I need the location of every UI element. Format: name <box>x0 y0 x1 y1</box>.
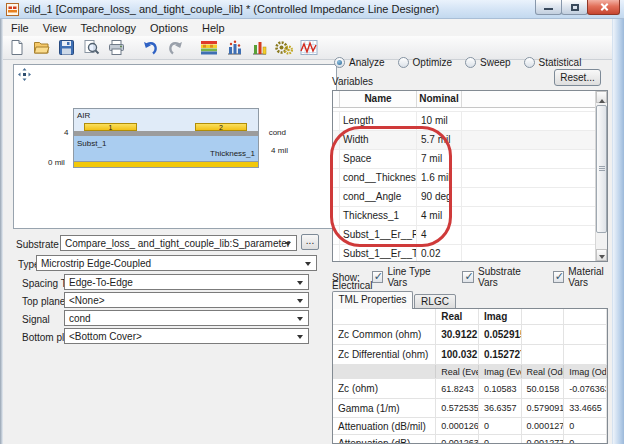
menu-help[interactable]: Help <box>195 21 232 35</box>
tab-rlgc[interactable]: RLGC <box>414 294 456 309</box>
radio-statistical[interactable]: Statistical <box>524 57 582 68</box>
substrate-name-label: Subst_1 <box>77 139 106 148</box>
checkbox-line-type-vars[interactable]: Line Type Vars <box>372 266 451 288</box>
row-zc-ohm[interactable]: Zc (ohm) 61.8243 0.10583 50.0158 -0.0763… <box>333 379 607 399</box>
type-select[interactable]: Microstrip Edge-Coupled <box>36 255 317 271</box>
menu-technology[interactable]: Technology <box>73 21 143 35</box>
new-file-icon[interactable] <box>6 38 26 58</box>
bottom-plane-select[interactable]: <Bottom Cover> <box>64 328 309 344</box>
conductor-1[interactable]: 1 <box>84 123 137 131</box>
minimize-button[interactable] <box>535 0 562 15</box>
row-zc-differential[interactable]: Zc Differential (ohm) 100.032 0.152727 <box>333 345 607 365</box>
electrical-section-label: Electrical <box>332 280 373 291</box>
window-title: cild_1 [Compare_loss_ and_tight_couple_l… <box>24 3 439 15</box>
scroll-up-icon[interactable] <box>596 91 607 103</box>
row-attenuation-db-mil[interactable]: Attenuation (dB/mil) 0.000126314 0 0.000… <box>333 418 607 435</box>
checkbox-icon <box>372 271 384 283</box>
plot-waveform-icon[interactable] <box>299 38 319 58</box>
row-gamma[interactable]: Gamma (1/m) 0.572535 36.6357 0.579091 33… <box>333 399 607 418</box>
checkbox-icon <box>553 271 565 283</box>
header-real-even: Real (Even) <box>436 365 479 378</box>
show-filter-row: Show: Line Type Vars Substrate Vars Mate… <box>332 266 624 288</box>
substrate-browse-button[interactable]: ... <box>301 234 319 250</box>
top-plane-select[interactable]: <None> <box>64 292 309 308</box>
radio-analyze-icon <box>334 57 345 68</box>
pan-move-icon[interactable] <box>18 68 31 81</box>
reset-button[interactable]: Reset... <box>554 69 601 86</box>
substrate-cross-section: AIR 1 2 Subst_1 Thickness_1 4 cond 4 mil… <box>73 108 259 168</box>
variables-scrollbar[interactable] <box>595 91 607 261</box>
maximize-icon <box>571 4 579 11</box>
analysis-mode-group: Analyze Optimize Sweep Statistical <box>334 57 581 68</box>
row-zc-common[interactable]: Zc Common (ohm) 30.9122 0.0529152 <box>333 325 607 345</box>
menu-view[interactable]: View <box>36 21 74 35</box>
substrate-stack-icon[interactable] <box>199 38 219 58</box>
signal-select[interactable]: cond <box>64 310 309 326</box>
variables-table: Name Nominal Length10 mil Width5.7 mil S… <box>332 90 608 262</box>
variables-section-label: Variables <box>332 76 373 87</box>
table-row-cond-thickness[interactable]: cond__Thickness1.6 mil <box>333 169 607 188</box>
table-row-length[interactable]: Length10 mil <box>333 112 607 131</box>
variables-table-header: Name Nominal <box>333 91 607 108</box>
window-border-right <box>612 19 624 444</box>
baseline-label: 0 mil <box>48 158 65 167</box>
signal-label: Signal <box>22 314 50 325</box>
print-icon[interactable] <box>106 38 126 58</box>
table-row-space[interactable]: Space7 mil <box>333 150 607 169</box>
substrate-select[interactable]: Compare_loss_ and_tight_couple_lib:S_par… <box>60 235 297 251</box>
real-imag-header-row: Real Imag <box>333 309 607 325</box>
simulate-gears-icon[interactable] <box>274 38 294 58</box>
conductor-2[interactable]: 2 <box>195 123 247 131</box>
title-bar: cild_1 [Compare_loss_ and_tight_couple_l… <box>0 0 624 19</box>
even-odd-header-row: Real (Even) Imag (Even) Real (Odd) Imag … <box>333 365 607 379</box>
scrollbar-thumb[interactable] <box>596 105 607 233</box>
checkbox-substrate-vars[interactable]: Substrate Vars <box>462 266 540 288</box>
save-icon[interactable] <box>56 38 76 58</box>
close-button[interactable] <box>587 0 620 15</box>
column-header-name[interactable]: Name <box>340 91 417 107</box>
menu-options[interactable]: Options <box>143 21 195 35</box>
radio-sweep[interactable]: Sweep <box>465 57 511 68</box>
chart-results-icon[interactable] <box>249 38 269 58</box>
cond-height-label: 4 <box>64 128 68 137</box>
menu-file[interactable]: File <box>4 21 36 35</box>
table-row-subst-er-real[interactable]: Subst_1__Er__Real4 <box>333 226 607 245</box>
radio-analyze[interactable]: Analyze <box>334 57 385 68</box>
redo-icon[interactable] <box>165 38 185 58</box>
open-folder-icon[interactable] <box>31 38 51 58</box>
header-imag: Imag <box>479 309 522 324</box>
column-header-nominal[interactable]: Nominal <box>417 91 462 107</box>
bottom-cover-layer[interactable] <box>73 161 259 168</box>
top-plane-label: Top plane <box>22 296 65 307</box>
row-attenuation-db[interactable]: Attenuation (dB) 0.00126314 0 0.0012776 … <box>333 435 607 444</box>
radio-statistical-icon <box>524 57 535 68</box>
radio-sweep-icon <box>465 57 476 68</box>
checkbox-material-vars[interactable]: Material Vars <box>553 266 624 288</box>
table-row-width[interactable]: Width5.7 mil <box>333 131 607 150</box>
minimize-icon <box>544 8 553 10</box>
window-border-left <box>0 19 3 444</box>
header-imag-odd: Imag (Odd) <box>564 365 607 378</box>
scroll-down-icon[interactable] <box>596 249 607 261</box>
table-row-subst-er-tand[interactable]: Subst_1__Er__TanD0.02 <box>333 245 607 262</box>
radio-optimize[interactable]: Optimize <box>398 57 452 68</box>
maximize-button[interactable] <box>561 0 588 15</box>
table-row-cond-angle[interactable]: cond__Angle90 deg <box>333 188 607 207</box>
checkbox-icon <box>462 271 474 283</box>
chart-bars-icon[interactable] <box>224 38 244 58</box>
table-row-thickness-1[interactable]: Thickness_14 mil <box>333 207 607 226</box>
tab-tml-properties[interactable]: TML Properties <box>332 291 413 309</box>
zoom-page-icon[interactable] <box>81 38 101 58</box>
header-real: Real <box>436 309 479 324</box>
air-label: AIR <box>77 111 90 120</box>
thickness-value-label: 4 mil <box>271 146 288 155</box>
spacing-type-select[interactable]: Edge-To-Edge <box>64 274 309 290</box>
substrate-label: Substrate <box>16 239 59 250</box>
undo-icon[interactable] <box>140 38 160 58</box>
header-real-odd: Real (Odd) <box>522 365 565 378</box>
header-imag-even: Imag (Even) <box>479 365 522 378</box>
radio-optimize-icon <box>398 57 409 68</box>
substrate-region[interactable]: Subst_1 Thickness_1 <box>73 136 259 161</box>
thickness-label: Thickness_1 <box>210 149 255 158</box>
cross-section-canvas[interactable]: AIR 1 2 Subst_1 Thickness_1 4 cond 4 mil… <box>13 64 337 229</box>
